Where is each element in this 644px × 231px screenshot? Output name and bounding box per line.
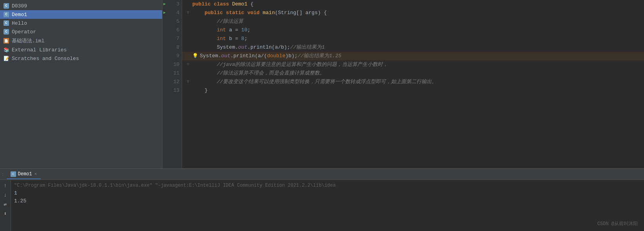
code-line-4: ▽ public static void main(String[] args)…	[182, 9, 644, 17]
filter-button[interactable]: ⬇	[2, 210, 9, 218]
line-num-13: 13	[163, 86, 182, 95]
sidebar-item-scratches[interactable]: 📝 Scratches and Consoles	[0, 54, 162, 63]
line-num-6: 6	[163, 26, 182, 35]
code-line-6: int a = 10;	[182, 26, 644, 35]
fold-13	[185, 88, 191, 93]
code-line-10: ▽ //java的除法运算要注意的是运算和产生小数的问题，当运算产生小数时，	[182, 60, 644, 69]
fold-10: ▽	[185, 62, 191, 67]
fold-5	[185, 19, 191, 24]
fold-7	[185, 36, 191, 42]
output-line-1: 1	[14, 189, 641, 197]
sidebar-item-label: Hello	[12, 20, 27, 26]
editor-area: ▶ 3 ▶ 4 5 6 7 8 9 10 11 12 13	[163, 0, 644, 168]
code-line-5: //除法运算	[182, 17, 644, 26]
bottom-sidebar: ↑ ↓ ⇌ ⬇	[0, 180, 11, 231]
fold-11	[185, 71, 191, 76]
scroll-up-button[interactable]: ↑	[2, 182, 9, 189]
scratch-icon: 📝	[3, 55, 9, 62]
main-area: C D0309 C Demo1 C Hello C Operator 📄	[0, 0, 644, 168]
sidebar-item-label: 基础语法.iml	[12, 37, 44, 44]
sidebar-item-label: Scratches and Consoles	[12, 56, 79, 62]
bottom-content: ↑ ↓ ⇌ ⬇ "C:\Program Files\Java\jdk-18.0.…	[0, 180, 644, 231]
output-cmd-line: "C:\Program Files\Java\jdk-18.0.1.1\bin\…	[14, 182, 641, 189]
line-num-12: 12	[163, 78, 182, 86]
output-line-2: 1.25	[14, 197, 641, 205]
sidebar-item-label: Demo1	[12, 12, 27, 18]
tab-class-icon: C	[11, 171, 16, 177]
code-container: ▶ 3 ▶ 4 5 6 7 8 9 10 11 12 13	[163, 0, 644, 168]
class-icon: C	[3, 11, 9, 18]
line-num-7: 7	[163, 35, 182, 43]
sidebar-item-label: External Libraries	[12, 47, 67, 53]
code-line-13: }	[182, 86, 644, 95]
line-num-11: 11	[163, 69, 182, 78]
line-num-4: ▶ 4	[163, 9, 182, 17]
fold-6	[185, 27, 191, 33]
code-content[interactable]: public class Demo1 { ▽ public static voi…	[182, 0, 644, 168]
code-line-3: public class Demo1 {	[182, 0, 644, 9]
class-icon: C	[3, 29, 9, 35]
sidebar-item-Hello[interactable]: C Hello	[0, 19, 162, 27]
library-icon: 📚	[3, 47, 9, 53]
sidebar: C D0309 C Demo1 C Hello C Operator 📄	[0, 0, 163, 168]
line-num-10: 10	[163, 60, 182, 69]
output-area: "C:\Program Files\Java\jdk-18.0.1.1\bin\…	[11, 180, 644, 231]
sidebar-item-D0309[interactable]: C D0309	[0, 2, 162, 10]
class-icon: C	[3, 20, 9, 26]
sidebar-item-external-libraries[interactable]: 📚 External Libraries	[0, 45, 162, 54]
wrap-button[interactable]: ⇌	[2, 200, 9, 208]
run-icon-3[interactable]: ▶	[163, 0, 166, 9]
watermark: CSDN @从前叫沐阳	[597, 220, 638, 227]
fold-8	[185, 45, 191, 50]
scroll-down-button[interactable]: ↓	[2, 191, 9, 199]
class-icon: C	[3, 3, 9, 9]
code-line-12: ▽ //要改变这个结果可以使用强制类型转换，只需要将一个数转成浮点型即可，如上面…	[182, 78, 644, 86]
tab-label: Demo1	[18, 171, 32, 177]
fold-3	[185, 2, 191, 7]
code-line-11: //除法运算并不理会，而是会直接计算成整数。	[182, 69, 644, 78]
fold-9	[185, 53, 191, 59]
fold-12: ▽	[185, 79, 191, 85]
bottom-tab-bar: : C Demo1 ×	[0, 169, 644, 180]
panel-colon: :	[2, 172, 4, 177]
sidebar-item-Operator[interactable]: C Operator	[0, 27, 162, 36]
code-line-7: int b = 8;	[182, 35, 644, 43]
lightbulb-icon[interactable]: 💡	[192, 52, 198, 60]
sidebar-item-label: D0309	[12, 3, 27, 9]
bottom-tab-demo1[interactable]: C Demo1 ×	[7, 170, 41, 179]
line-num-8: 8	[163, 43, 182, 52]
sidebar-item-label: Operator	[12, 29, 36, 35]
run-icon-4[interactable]: ▶	[163, 9, 166, 17]
sidebar-item-iml[interactable]: 📄 基础语法.iml	[0, 36, 162, 45]
bottom-panel: : C Demo1 × ↑ ↓ ⇌ ⬇ "C:\Program Files\Ja…	[0, 168, 644, 231]
code-line-9: 💡 System.out.println(a/(double)b);//输出结果…	[182, 52, 644, 60]
line-numbers: ▶ 3 ▶ 4 5 6 7 8 9 10 11 12 13	[163, 0, 182, 168]
iml-icon: 📄	[3, 38, 9, 44]
sidebar-item-Demo1[interactable]: C Demo1	[0, 10, 162, 19]
code-line-8: System.out.println(a/b);//输出结果为1	[182, 43, 644, 52]
fold-4: ▽	[185, 10, 191, 16]
tab-close-button[interactable]: ×	[34, 172, 37, 176]
line-num-3: ▶ 3	[163, 0, 182, 9]
line-num-9: 9	[163, 52, 182, 60]
line-num-5: 5	[163, 17, 182, 26]
